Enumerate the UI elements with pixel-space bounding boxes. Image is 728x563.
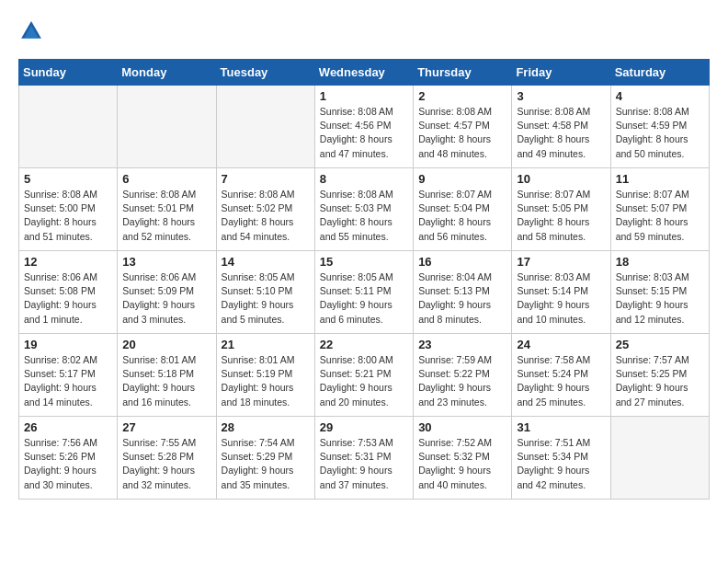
day-info: Sunrise: 7:59 AMSunset: 5:22 PMDaylight:…: [418, 353, 506, 409]
calendar-cell: 29 Sunrise: 7:53 AMSunset: 5:31 PMDaylig…: [314, 417, 413, 500]
day-info: Sunrise: 8:03 AMSunset: 5:14 PMDaylight:…: [517, 270, 605, 327]
day-info: Sunrise: 8:08 AMSunset: 5:02 PMDaylight:…: [222, 188, 310, 244]
day-info: Sunrise: 8:02 AMSunset: 5:17 PMDaylight:…: [24, 353, 112, 409]
day-number: 1: [320, 89, 408, 103]
calendar-cell: 12 Sunrise: 8:06 AMSunset: 5:08 PMDaylig…: [19, 251, 118, 334]
day-number: 20: [122, 338, 210, 351]
weekday-header-friday: Friday: [512, 60, 610, 86]
calendar-week-row: 19 Sunrise: 8:02 AMSunset: 5:17 PMDaylig…: [19, 334, 710, 417]
logo: [18, 18, 48, 44]
day-number: 8: [320, 172, 408, 186]
day-info: Sunrise: 7:53 AMSunset: 5:31 PMDaylight:…: [320, 436, 408, 492]
day-number: 14: [222, 255, 310, 269]
calendar-cell: 25 Sunrise: 7:57 AMSunset: 5:25 PMDaylig…: [610, 334, 709, 417]
day-number: 25: [616, 338, 704, 351]
weekday-header-thursday: Thursday: [414, 60, 512, 86]
day-number: 30: [418, 420, 506, 434]
weekday-header-tuesday: Tuesday: [216, 60, 314, 86]
calendar-cell: 21 Sunrise: 8:01 AMSunset: 5:19 PMDaylig…: [216, 334, 314, 417]
day-number: 10: [517, 172, 605, 186]
calendar-cell: 13 Sunrise: 8:06 AMSunset: 5:09 PMDaylig…: [118, 251, 216, 334]
weekday-header-wednesday: Wednesday: [314, 60, 413, 86]
calendar-cell: 14 Sunrise: 8:05 AMSunset: 5:10 PMDaylig…: [216, 251, 314, 334]
calendar-cell: 17 Sunrise: 8:03 AMSunset: 5:14 PMDaylig…: [512, 251, 610, 334]
day-info: Sunrise: 8:01 AMSunset: 5:18 PMDaylight:…: [122, 353, 210, 409]
calendar-table: SundayMondayTuesdayWednesdayThursdayFrid…: [18, 59, 710, 500]
day-number: 29: [320, 420, 408, 434]
calendar-week-row: 12 Sunrise: 8:06 AMSunset: 5:08 PMDaylig…: [19, 251, 710, 334]
day-number: 3: [517, 89, 605, 103]
day-number: 15: [320, 255, 408, 269]
day-info: Sunrise: 8:07 AMSunset: 5:04 PMDaylight:…: [418, 188, 506, 244]
weekday-header-saturday: Saturday: [610, 60, 709, 86]
calendar-cell: 31 Sunrise: 7:51 AMSunset: 5:34 PMDaylig…: [512, 417, 610, 500]
day-number: 12: [24, 255, 112, 269]
day-info: Sunrise: 7:58 AMSunset: 5:24 PMDaylight:…: [517, 353, 605, 409]
calendar-week-row: 1 Sunrise: 8:08 AMSunset: 4:56 PMDayligh…: [19, 86, 710, 168]
day-number: 11: [616, 172, 704, 186]
day-info: Sunrise: 7:57 AMSunset: 5:25 PMDaylight:…: [616, 353, 704, 409]
day-number: 21: [222, 338, 310, 351]
day-info: Sunrise: 8:04 AMSunset: 5:13 PMDaylight:…: [418, 270, 506, 327]
calendar-cell: 18 Sunrise: 8:03 AMSunset: 5:15 PMDaylig…: [610, 251, 709, 334]
day-info: Sunrise: 8:03 AMSunset: 5:15 PMDaylight:…: [616, 270, 704, 327]
calendar-cell: [216, 86, 314, 168]
calendar-week-row: 5 Sunrise: 8:08 AMSunset: 5:00 PMDayligh…: [19, 168, 710, 251]
day-number: 16: [418, 255, 506, 269]
day-info: Sunrise: 7:54 AMSunset: 5:29 PMDaylight:…: [222, 436, 310, 492]
calendar-cell: 27 Sunrise: 7:55 AMSunset: 5:28 PMDaylig…: [118, 417, 216, 500]
day-info: Sunrise: 8:05 AMSunset: 5:10 PMDaylight:…: [222, 270, 310, 327]
day-info: Sunrise: 8:00 AMSunset: 5:21 PMDaylight:…: [320, 353, 408, 409]
day-number: 6: [122, 172, 210, 186]
calendar-cell: 28 Sunrise: 7:54 AMSunset: 5:29 PMDaylig…: [216, 417, 314, 500]
weekday-header-sunday: Sunday: [19, 60, 118, 86]
weekday-header-monday: Monday: [118, 60, 216, 86]
day-number: 5: [24, 172, 112, 186]
calendar-cell: 8 Sunrise: 8:08 AMSunset: 5:03 PMDayligh…: [314, 168, 413, 251]
day-number: 13: [122, 255, 210, 269]
day-number: 26: [24, 420, 112, 434]
day-info: Sunrise: 8:06 AMSunset: 5:08 PMDaylight:…: [24, 270, 112, 327]
weekday-header-row: SundayMondayTuesdayWednesdayThursdayFrid…: [19, 60, 710, 86]
calendar-cell: [610, 417, 709, 500]
calendar-cell: 4 Sunrise: 8:08 AMSunset: 4:59 PMDayligh…: [610, 86, 709, 168]
day-number: 24: [517, 338, 605, 351]
day-info: Sunrise: 7:56 AMSunset: 5:26 PMDaylight:…: [24, 436, 112, 492]
calendar-cell: 23 Sunrise: 7:59 AMSunset: 5:22 PMDaylig…: [414, 334, 512, 417]
calendar-week-row: 26 Sunrise: 7:56 AMSunset: 5:26 PMDaylig…: [19, 417, 710, 500]
day-number: 23: [418, 338, 506, 351]
calendar-cell: 9 Sunrise: 8:07 AMSunset: 5:04 PMDayligh…: [414, 168, 512, 251]
day-number: 9: [418, 172, 506, 186]
day-number: 19: [24, 338, 112, 351]
calendar-cell: 26 Sunrise: 7:56 AMSunset: 5:26 PMDaylig…: [19, 417, 118, 500]
calendar-cell: [19, 86, 118, 168]
day-number: 4: [616, 89, 704, 103]
calendar-cell: 1 Sunrise: 8:08 AMSunset: 4:56 PMDayligh…: [314, 86, 413, 168]
day-info: Sunrise: 8:06 AMSunset: 5:09 PMDaylight:…: [122, 270, 210, 327]
day-number: 7: [222, 172, 310, 186]
calendar-cell: [118, 86, 216, 168]
calendar-cell: 16 Sunrise: 8:04 AMSunset: 5:13 PMDaylig…: [414, 251, 512, 334]
calendar-cell: 30 Sunrise: 7:52 AMSunset: 5:32 PMDaylig…: [414, 417, 512, 500]
day-number: 28: [222, 420, 310, 434]
calendar-cell: 6 Sunrise: 8:08 AMSunset: 5:01 PMDayligh…: [118, 168, 216, 251]
calendar-cell: 15 Sunrise: 8:05 AMSunset: 5:11 PMDaylig…: [314, 251, 413, 334]
day-info: Sunrise: 8:08 AMSunset: 4:57 PMDaylight:…: [418, 105, 506, 161]
calendar-cell: 3 Sunrise: 8:08 AMSunset: 4:58 PMDayligh…: [512, 86, 610, 168]
calendar-cell: 2 Sunrise: 8:08 AMSunset: 4:57 PMDayligh…: [414, 86, 512, 168]
calendar-cell: 10 Sunrise: 8:07 AMSunset: 5:05 PMDaylig…: [512, 168, 610, 251]
day-info: Sunrise: 8:07 AMSunset: 5:05 PMDaylight:…: [517, 188, 605, 244]
day-number: 27: [122, 420, 210, 434]
day-info: Sunrise: 8:08 AMSunset: 5:03 PMDaylight:…: [320, 188, 408, 244]
day-info: Sunrise: 8:08 AMSunset: 4:59 PMDaylight:…: [616, 105, 704, 161]
day-info: Sunrise: 7:52 AMSunset: 5:32 PMDaylight:…: [418, 436, 506, 492]
day-info: Sunrise: 8:05 AMSunset: 5:11 PMDaylight:…: [320, 270, 408, 327]
day-info: Sunrise: 8:01 AMSunset: 5:19 PMDaylight:…: [222, 353, 310, 409]
page-header: [18, 18, 710, 44]
calendar-cell: 11 Sunrise: 8:07 AMSunset: 5:07 PMDaylig…: [610, 168, 709, 251]
day-number: 31: [517, 420, 605, 434]
day-info: Sunrise: 8:08 AMSunset: 5:00 PMDaylight:…: [24, 188, 112, 244]
day-number: 22: [320, 338, 408, 351]
calendar-cell: 22 Sunrise: 8:00 AMSunset: 5:21 PMDaylig…: [314, 334, 413, 417]
calendar-cell: 7 Sunrise: 8:08 AMSunset: 5:02 PMDayligh…: [216, 168, 314, 251]
